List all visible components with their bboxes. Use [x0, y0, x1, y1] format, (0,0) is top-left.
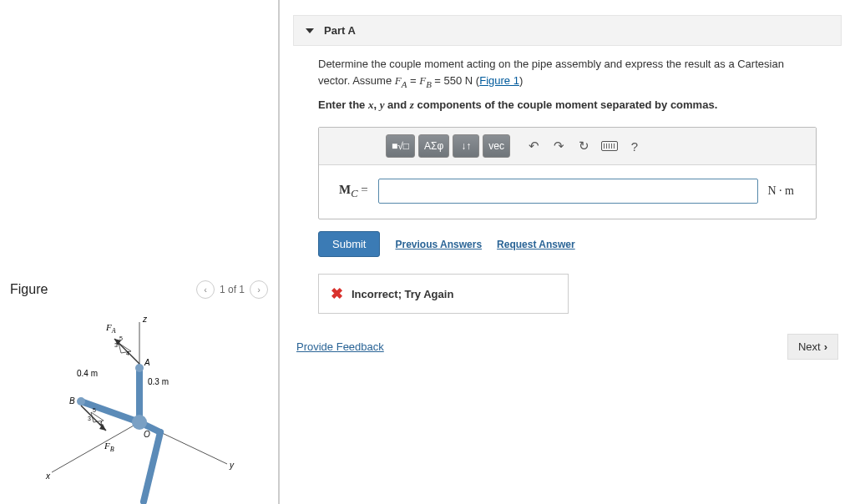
ratio-3b: 3 — [88, 416, 91, 421]
point-o: O — [144, 430, 150, 439]
figure-pane: Figure ‹ 1 of 1 › — [0, 0, 280, 504]
keyboard-button[interactable] — [599, 135, 620, 157]
ratio-5b: 5 — [93, 407, 96, 413]
point-a: A — [144, 358, 150, 367]
redo-button[interactable]: ↷ — [549, 135, 570, 157]
figure-diagram: FA FB 0.4 m 0.3 m z y x A B O C 3 4 5 3 … — [31, 314, 248, 504]
figure-header: Figure ‹ 1 of 1 › — [0, 275, 278, 304]
ratio-4b: 4 — [99, 421, 103, 426]
axis-y: y — [229, 461, 235, 470]
templates-button[interactable]: ■√□ — [386, 134, 415, 158]
part-header[interactable]: Part A — [293, 15, 842, 46]
submit-button[interactable]: Submit — [318, 231, 380, 257]
vec-button[interactable]: vec — [483, 134, 510, 158]
figure-nav: ‹ 1 of 1 › — [196, 280, 268, 299]
reset-button[interactable]: ↻ — [574, 135, 595, 157]
label-fb: FB — [104, 441, 114, 453]
action-row: Submit Previous Answers Request Answer — [293, 231, 842, 267]
point-b: B — [69, 396, 75, 406]
part-title: Part A — [324, 24, 356, 37]
ratio-3a: 3 — [114, 342, 118, 348]
svg-line-2 — [52, 422, 139, 472]
label-dim2: 0.3 m — [148, 377, 169, 386]
footer-row: Provide Feedback Next › — [293, 327, 842, 360]
answer-row: MC = N · m — [319, 165, 816, 219]
sub-prompt: Enter the x, y and z components of the c… — [293, 95, 842, 120]
figure-image: FA FB 0.4 m 0.3 m z y x A B O C 3 4 5 3 … — [31, 314, 248, 504]
figure-next-button[interactable]: › — [250, 280, 268, 299]
figure-title: Figure — [10, 282, 48, 297]
answer-input[interactable] — [378, 179, 758, 204]
next-button[interactable]: Next › — [787, 334, 838, 360]
incorrect-icon: ✖ — [331, 285, 343, 303]
answer-unit: N · m — [768, 184, 795, 198]
keyboard-icon — [601, 141, 618, 151]
help-button[interactable]: ? — [624, 135, 645, 157]
svg-line-5 — [144, 432, 160, 501]
label-dim1: 0.4 m — [77, 369, 98, 378]
answer-box: ■√□ ΑΣφ ↓↑ vec ↶ ↷ ↻ ? MC = N · m — [318, 127, 817, 219]
svg-point-9 — [135, 364, 144, 372]
figure-nav-text: 1 of 1 — [220, 284, 245, 295]
figure-link[interactable]: Figure 1 — [479, 74, 519, 87]
prompt-text: Determine the couple moment acting on th… — [293, 46, 842, 95]
axis-x: x — [45, 471, 51, 481]
chevron-right-icon: › — [824, 340, 827, 353]
subsup-button[interactable]: ↓↑ — [453, 134, 479, 158]
caret-down-icon — [306, 28, 314, 33]
answer-toolbar: ■√□ ΑΣφ ↓↑ vec ↶ ↷ ↻ ? — [319, 128, 816, 165]
question-pane: Part A Determine the couple moment actin… — [280, 0, 855, 504]
label-fa: FA — [105, 322, 116, 335]
feedback-text: Incorrect; Try Again — [352, 288, 453, 300]
answer-label: MC = — [339, 183, 368, 200]
undo-button[interactable]: ↶ — [524, 135, 545, 157]
provide-feedback-link[interactable]: Provide Feedback — [296, 340, 384, 353]
request-answer-link[interactable]: Request Answer — [497, 239, 575, 250]
previous-answers-link[interactable]: Previous Answers — [395, 239, 482, 250]
svg-point-7 — [132, 415, 147, 430]
greek-button[interactable]: ΑΣφ — [418, 134, 449, 158]
axis-z: z — [142, 315, 148, 324]
svg-point-8 — [77, 397, 85, 406]
figure-prev-button[interactable]: ‹ — [196, 280, 215, 299]
ratio-4a: 4 — [126, 350, 129, 356]
ratio-5a: 5 — [119, 335, 123, 341]
feedback-box: ✖ Incorrect; Try Again — [318, 274, 569, 314]
